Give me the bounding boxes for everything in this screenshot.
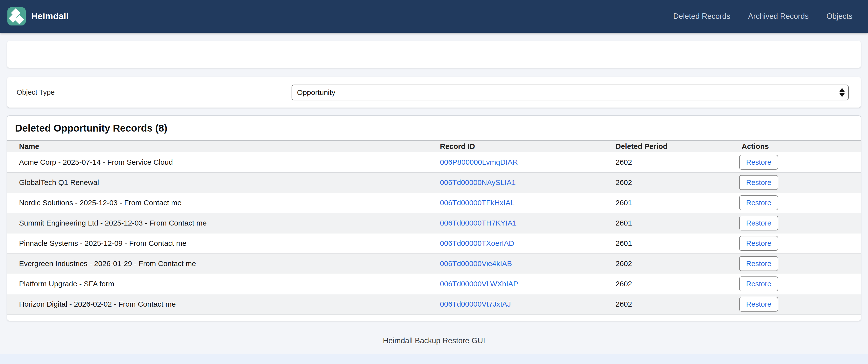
col-header-record-id: Record ID [430, 141, 606, 152]
record-name: Horizon Digital - 2026-02-02 - From Cont… [7, 294, 430, 314]
nav-objects[interactable]: Objects [827, 12, 852, 21]
record-name: Platform Upgrade - SFA form [7, 274, 430, 294]
record-id-link[interactable]: 006Td00000Vie4kIAB [440, 260, 512, 268]
col-header-name: Name [7, 141, 430, 152]
deleted-records-panel: Deleted Opportunity Records (8) Name Rec… [7, 116, 861, 321]
table-row: GlobalTech Q1 Renewal 006Td00000NAySLIA1… [7, 172, 861, 193]
deleted-records-table: Name Record ID Deleted Period Actions Ac… [7, 140, 861, 314]
deleted-period-value: 2602 [606, 274, 732, 294]
object-type-select[interactable]: Opportunity [291, 85, 849, 100]
deleted-period-value: 2602 [606, 253, 732, 274]
record-id-link[interactable]: 006Td00000NAySLIA1 [440, 178, 516, 186]
table-row: Nordic Solutions - 2025-12-03 - From Con… [7, 193, 861, 213]
object-type-panel: Object Type Opportunity [7, 77, 861, 108]
record-name: Acme Corp - 2025-07-14 - From Service Cl… [7, 152, 430, 172]
object-type-select-wrap: Opportunity [291, 85, 849, 100]
restore-button[interactable]: Restore [739, 216, 778, 231]
record-name: Summit Engineering Ltd - 2025-12-03 - Fr… [7, 213, 430, 233]
record-name: GlobalTech Q1 Renewal [7, 172, 430, 193]
restore-button[interactable]: Restore [739, 276, 778, 291]
deleted-period-value: 2601 [606, 213, 732, 233]
record-name: Evergreen Industries - 2026-01-29 - From… [7, 253, 430, 274]
deleted-period-value: 2602 [606, 294, 732, 314]
object-type-label: Object Type [17, 88, 55, 96]
col-header-deleted-period: Deleted Period [606, 141, 732, 152]
record-id-link[interactable]: 006Td00000VLWXhIAP [440, 280, 518, 288]
restore-button[interactable]: Restore [739, 195, 778, 210]
table-row: Horizon Digital - 2026-02-02 - From Cont… [7, 294, 861, 314]
table-row: Pinnacle Systems - 2025-12-09 - From Con… [7, 233, 861, 253]
empty-panel [7, 41, 861, 68]
record-id-link[interactable]: 006Td00000TH7KYIA1 [440, 219, 517, 227]
restore-button[interactable]: Restore [739, 236, 778, 251]
table-row: Acme Corp - 2025-07-14 - From Service Cl… [7, 152, 861, 172]
col-header-actions: Actions [732, 141, 861, 152]
app-root: Heimdall Deleted Records Archived Record… [0, 0, 868, 354]
footer-text: Heimdall Backup Restore GUI [7, 336, 861, 345]
record-id-link[interactable]: 006Td00000TFkHxIAL [440, 199, 515, 207]
record-name: Nordic Solutions - 2025-12-03 - From Con… [7, 193, 430, 213]
deleted-period-value: 2601 [606, 193, 732, 213]
page-footer: Heimdall Backup Restore GUI [7, 336, 861, 345]
table-row: Summit Engineering Ltd - 2025-12-03 - Fr… [7, 213, 861, 233]
table-row: Platform Upgrade - SFA form 006Td00000VL… [7, 274, 861, 294]
top-nav-bar: Heimdall Deleted Records Archived Record… [0, 0, 868, 33]
restore-button[interactable]: Restore [739, 175, 778, 190]
app-title: Heimdall [31, 11, 69, 22]
main-nav: Deleted Records Archived Records Objects [673, 12, 852, 21]
deleted-period-value: 2602 [606, 152, 732, 172]
main-content: Object Type Opportunity Deleted Opportun… [0, 41, 868, 345]
table-header-row: Name Record ID Deleted Period Actions [7, 141, 861, 152]
record-id-link[interactable]: 006Td00000TXoerIAD [440, 239, 514, 247]
deleted-period-value: 2602 [606, 172, 732, 193]
deleted-period-value: 2601 [606, 233, 732, 253]
record-id-link[interactable]: 006P800000LvmqDIAR [440, 158, 518, 166]
restore-button[interactable]: Restore [739, 297, 778, 311]
record-name: Pinnacle Systems - 2025-12-09 - From Con… [7, 233, 430, 253]
record-id-link[interactable]: 006Td00000Vt7JxIAJ [440, 300, 511, 308]
nav-deleted-records[interactable]: Deleted Records [673, 12, 730, 21]
restore-button[interactable]: Restore [739, 256, 778, 271]
table-row: Evergreen Industries - 2026-01-29 - From… [7, 253, 861, 274]
table-title: Deleted Opportunity Records (8) [15, 123, 861, 134]
heimdall-logo-icon [7, 7, 26, 26]
restore-button[interactable]: Restore [739, 155, 778, 170]
nav-archived-records[interactable]: Archived Records [748, 12, 809, 21]
